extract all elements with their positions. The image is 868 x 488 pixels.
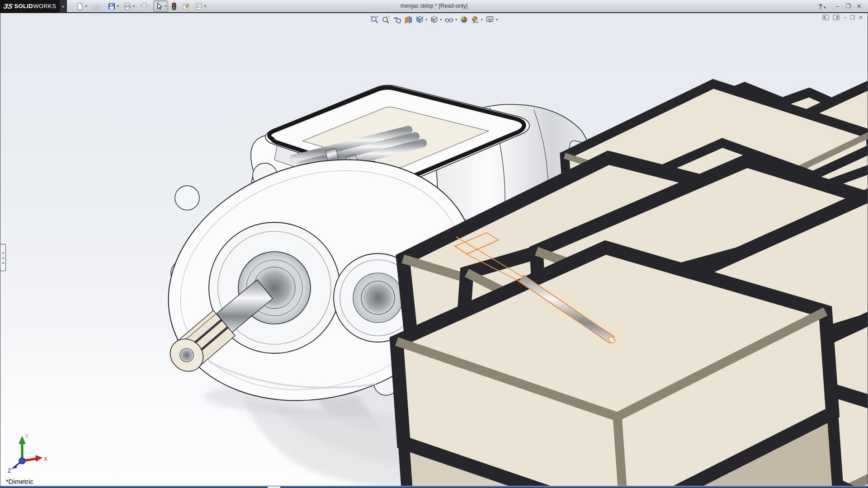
print-dropdown[interactable]: ▾ [133,4,135,8]
collapse-feature-pane-button[interactable] [822,14,829,20]
menu-flyout-arrow[interactable]: ▸ [60,0,67,12]
options-checklist-dropdown[interactable]: ▾ [204,4,206,8]
section-view-button[interactable] [404,15,413,24]
close-button[interactable]: ✕ [854,3,864,9]
view-orientation-label: *Dimetric [6,478,33,485]
select-cursor-icon [155,2,163,10]
display-style-button[interactable]: ▾ [429,15,442,24]
save-button[interactable]: ▾ [106,0,121,12]
options-checklist-button[interactable]: ▾ [193,0,208,12]
view-settings-dropdown[interactable]: ▾ [496,18,498,22]
appearance-ball-icon [460,15,468,24]
select-tool-dropdown[interactable]: ▾ [165,4,166,8]
view-orientation-icon [415,15,424,24]
solidworks-logo-mark: ЗS [3,2,13,10]
headsup-view-toolbar: ▾ ▾ ▾ [367,14,501,25]
help-icon: ? [818,3,822,10]
new-document-dropdown[interactable]: ▾ [85,4,87,8]
edit-component-button[interactable] [180,0,192,12]
view-orientation-dropdown[interactable]: ▾ [425,18,427,22]
view-settings-icon [486,15,495,24]
display-style-icon [430,15,439,24]
traffic-light-icon [171,2,177,10]
eyeglasses-icon [444,15,454,24]
hide-show-items-button[interactable]: ▾ [444,15,458,24]
open-document-dropdown: ▾ [101,4,103,8]
pane-arrow-icon: ◂ [2,256,4,259]
view-settings-button[interactable]: ▾ [485,15,498,24]
zoom-to-area-button[interactable] [381,15,391,24]
taskbar-edge [0,486,868,488]
pane-arrow-icon: ◂ [2,261,4,264]
main-toolbar: ▾ ▾ ▾ [74,0,208,12]
display-style-dropdown[interactable]: ▾ [440,18,442,22]
document-window-controls: – ❐ ✕ [822,14,863,20]
solidworks-logo-name: SOLIDWORKS [14,3,56,9]
solidworks-logo: ЗS SOLIDWORKS [0,0,60,13]
open-document-button[interactable]: ▾ [90,0,105,12]
select-tool-button[interactable]: ▾ [153,0,168,12]
undo-dropdown: ▾ [149,4,151,8]
restore-button[interactable]: ❐ [843,3,854,9]
doc-restore-button[interactable]: ❐ [850,15,855,20]
doc-close-button[interactable]: ✕ [859,15,863,20]
graphics-viewport[interactable]: ▾ ▾ ▾ [0,13,868,488]
feature-pane-collapsed-tab[interactable]: ◂ ◂ ◂ [0,244,6,271]
save-dropdown[interactable]: ▾ [117,4,119,8]
apply-scene-button[interactable]: ▾ [471,15,483,24]
pane-arrow-icon: ◂ [2,251,4,254]
solidworks-window: { "ui": { "dropdown_glyph": "▾", "pane_a… [0,0,868,488]
help-button[interactable]: ? ▾ [818,3,826,10]
edit-appearance-button[interactable] [459,15,469,24]
orientation-triad: Y X Z [7,432,50,474]
zoom-to-fit-button[interactable] [370,15,379,24]
expand-feature-pane-button[interactable] [833,14,840,20]
apply-scene-icon [471,15,480,24]
zoom-to-area-icon [382,15,390,24]
print-button[interactable]: ▾ [122,0,137,12]
save-icon [108,2,116,10]
doc-minimize-button[interactable]: – [843,15,846,20]
triad-y-label: Y [25,433,28,440]
triad-x-label: X [44,456,47,462]
undo-button[interactable]: ▾ [137,0,152,12]
taskbar-notch [268,486,280,488]
open-document-icon [92,2,100,10]
triad-z-label: Z [8,468,11,474]
new-document-icon [76,2,84,10]
zoom-to-fit-icon [370,15,379,24]
rebuild-button[interactable] [169,0,179,12]
title-bar: ЗS SOLIDWORKS ▸ ▾ ▾ [0,0,868,13]
window-controls: ? ▾ – ❐ ✕ [818,3,868,10]
previous-view-button[interactable] [392,15,402,24]
model-canvas[interactable] [0,13,868,488]
apply-scene-dropdown[interactable]: ▾ [481,18,483,22]
view-orientation-button[interactable]: ▾ [415,15,428,24]
undo-icon [139,2,147,10]
edit-component-icon [182,2,190,10]
checklist-icon [195,2,203,10]
previous-view-icon [393,15,401,24]
minimize-button[interactable]: – [832,3,843,9]
hide-show-items-dropdown[interactable]: ▾ [455,18,457,22]
section-view-icon [404,15,413,24]
new-document-button[interactable]: ▾ [74,0,89,12]
print-icon [123,2,132,10]
help-dropdown[interactable]: ▾ [824,5,826,9]
